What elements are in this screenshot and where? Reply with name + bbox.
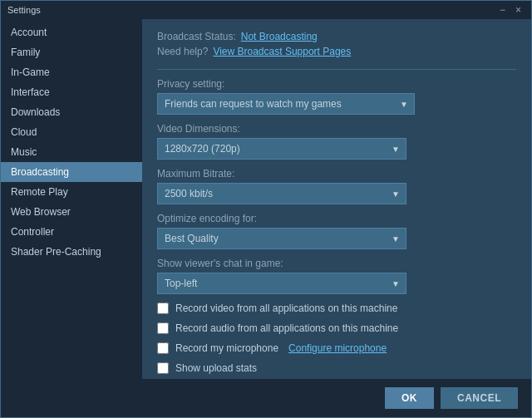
privacy-setting-dropdown[interactable]: Friends can request to watch my games bbox=[157, 93, 415, 115]
show-viewers-chat-dropdown[interactable]: Top-left bbox=[157, 273, 406, 294]
record-video-checkbox[interactable] bbox=[157, 302, 169, 314]
maximum-bitrate-dropdown[interactable]: 2500 kbit/s bbox=[157, 183, 406, 204]
minimize-button[interactable]: − bbox=[496, 4, 509, 16]
cancel-button[interactable]: CANCEL bbox=[441, 387, 518, 409]
video-dimensions-container: 1280x720 (720p) ▼ bbox=[157, 138, 406, 160]
record-microphone-checkbox[interactable] bbox=[157, 342, 169, 354]
broadcast-status-row: Broadcast Status: Not Broadcasting bbox=[157, 31, 516, 42]
sidebar-item-interface[interactable]: Interface bbox=[1, 82, 142, 102]
sidebar-item-web-browser[interactable]: Web Browser bbox=[1, 202, 142, 222]
main-content: Account Family In-Game Interface Downloa… bbox=[1, 19, 531, 379]
optimize-encoding-container: Best Quality ▼ bbox=[157, 228, 406, 249]
checkbox-record-microphone-row: Record my microphone Configure microphon… bbox=[157, 342, 516, 354]
configure-microphone-link[interactable]: Configure microphone bbox=[288, 342, 387, 354]
footer: OK CANCEL bbox=[1, 379, 531, 417]
title-bar-buttons: − × bbox=[496, 4, 525, 16]
sidebar-item-remote-play[interactable]: Remote Play bbox=[1, 182, 142, 202]
need-help-row: Need help? View Broadcast Support Pages bbox=[157, 46, 516, 57]
video-dimensions-label: Video Dimensions: bbox=[157, 123, 516, 135]
checkbox-show-upload-stats-row: Show upload stats bbox=[157, 362, 516, 374]
maximum-bitrate-label: Maximum Bitrate: bbox=[157, 168, 516, 179]
broadcast-status-label: Broadcast Status: bbox=[157, 31, 236, 42]
show-viewers-chat-label: Show viewer's chat in game: bbox=[157, 258, 516, 269]
optimize-encoding-label: Optimize encoding for: bbox=[157, 213, 516, 224]
need-help-link[interactable]: View Broadcast Support Pages bbox=[213, 46, 351, 57]
sidebar-item-controller[interactable]: Controller bbox=[1, 222, 142, 242]
settings-window: Settings − × Account Family In-Game Inte… bbox=[0, 0, 532, 418]
sidebar-item-broadcasting[interactable]: Broadcasting bbox=[1, 162, 142, 182]
privacy-setting-label: Privacy setting: bbox=[157, 78, 516, 90]
title-bar: Settings − × bbox=[1, 1, 531, 19]
maximum-bitrate-container: 2500 kbit/s ▼ bbox=[157, 183, 406, 204]
privacy-setting-container: Friends can request to watch my games ▼ bbox=[157, 93, 415, 115]
record-video-label: Record video from all applications on th… bbox=[175, 302, 397, 314]
optimize-encoding-dropdown[interactable]: Best Quality bbox=[157, 228, 406, 249]
need-help-label: Need help? bbox=[157, 46, 208, 57]
record-audio-label: Record audio from all applications on th… bbox=[175, 322, 398, 334]
sidebar-item-cloud[interactable]: Cloud bbox=[1, 122, 142, 142]
close-button[interactable]: × bbox=[512, 4, 525, 16]
show-upload-stats-label: Show upload stats bbox=[175, 362, 257, 374]
sidebar-item-family[interactable]: Family bbox=[1, 42, 142, 62]
checkbox-record-video-row: Record video from all applications on th… bbox=[157, 302, 516, 314]
ok-button[interactable]: OK bbox=[385, 387, 434, 409]
sidebar: Account Family In-Game Interface Downloa… bbox=[1, 19, 142, 379]
broadcast-status-value[interactable]: Not Broadcasting bbox=[241, 31, 318, 42]
sidebar-item-account[interactable]: Account bbox=[1, 22, 142, 42]
show-upload-stats-checkbox[interactable] bbox=[157, 362, 169, 374]
divider-1 bbox=[157, 69, 516, 70]
checkbox-record-audio-row: Record audio from all applications on th… bbox=[157, 322, 516, 334]
window-title: Settings bbox=[7, 5, 41, 15]
record-audio-checkbox[interactable] bbox=[157, 322, 169, 334]
show-viewers-chat-container: Top-left ▼ bbox=[157, 273, 406, 294]
record-microphone-label: Record my microphone bbox=[175, 342, 278, 354]
sidebar-item-in-game[interactable]: In-Game bbox=[1, 62, 142, 82]
sidebar-item-shader-pre-caching[interactable]: Shader Pre-Caching bbox=[1, 242, 142, 262]
sidebar-item-downloads[interactable]: Downloads bbox=[1, 102, 142, 122]
broadcasting-panel: Broadcast Status: Not Broadcasting Need … bbox=[142, 19, 531, 379]
video-dimensions-dropdown[interactable]: 1280x720 (720p) bbox=[157, 138, 406, 160]
sidebar-item-music[interactable]: Music bbox=[1, 142, 142, 162]
